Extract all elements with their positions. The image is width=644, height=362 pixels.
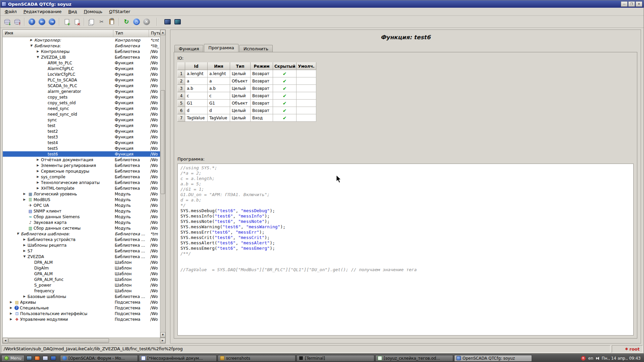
expander-icon[interactable]: ▶ <box>28 39 34 42</box>
tree-item[interactable]: ▶sys_compileБиблиотека/Wo <box>3 174 165 180</box>
menu-qtstarter[interactable]: QTStarter <box>106 8 133 15</box>
io-col-header[interactable]: Id <box>185 63 208 70</box>
expander-icon[interactable]: ▶ <box>8 318 14 321</box>
up-button[interactable]: ↑ <box>27 17 37 26</box>
program-code-editor[interactable]: //using SYS.*;/*a = 2;c = a.length;a.b =… <box>177 164 634 336</box>
vscroll-thumb[interactable] <box>161 90 165 194</box>
tree-item[interactable]: ▶Контроллер:Контроллер*cnt <box>3 37 165 43</box>
desktop-menu-button[interactable]: Menu <box>1 355 24 362</box>
io-col-header[interactable]: Режим <box>251 63 273 70</box>
menu-help[interactable]: Помощь <box>81 8 105 15</box>
tree-item[interactable]: LocVarCfgPLCФункция/Wo <box>3 71 165 77</box>
tree-item[interactable]: need_sync_oldФункция/Wo <box>3 111 165 117</box>
expander-icon[interactable]: ▶ <box>21 295 28 298</box>
tree-item[interactable]: ▼Библиотека шаблонов:Библиотека ...*tm <box>3 231 165 237</box>
io-cell-id[interactable]: c <box>185 92 208 100</box>
tab-program[interactable]: Программа <box>204 44 238 52</box>
tree-item[interactable]: ▶S7Библиотека .../Wo <box>3 248 165 254</box>
tree-item[interactable]: ARM_to_PLCФункция/Wo <box>3 60 165 66</box>
menu-edit[interactable]: Редактирование <box>20 8 64 15</box>
tree-item[interactable]: ▶Сервисные процедурыБиблиотека/Wo <box>3 168 165 174</box>
expander-icon[interactable]: ▶ <box>35 50 41 53</box>
task-folder[interactable]: screenshots <box>218 355 296 362</box>
tree-item[interactable]: copy_setsФункция/Wo <box>3 94 165 100</box>
tree-item[interactable]: ▶XHTML-templateБиблиотека/Wo <box>3 185 165 191</box>
scroll-down-icon[interactable]: ▼ <box>160 332 165 338</box>
tree-item[interactable]: AlarmCfgPLCФункция/Wo <box>3 66 165 71</box>
io-cell-name[interactable]: d <box>208 107 230 114</box>
tree-item[interactable]: frequencyШаблон/Wo <box>3 288 165 294</box>
expander-icon[interactable]: ▶ <box>21 198 28 201</box>
launcher-text-editor[interactable] <box>42 355 49 362</box>
tree-item[interactable]: ▶Шаблоны рецептаБиблиотека .../Wo <box>3 242 165 248</box>
qtcfg-launch-button[interactable] <box>163 17 172 26</box>
launcher-file-manager[interactable] <box>50 355 57 362</box>
tree-item[interactable]: need_syncФункция/Wo <box>3 106 165 111</box>
tab-execute[interactable]: Исполнить <box>239 45 273 52</box>
expander-icon[interactable]: ▶ <box>8 301 14 304</box>
io-col-header[interactable]: Скрытый <box>273 63 297 70</box>
tree-item[interactable]: ▶Базовые шаблоныБиблиотека .../Wo <box>3 294 165 299</box>
io-col-header[interactable]: Имя <box>208 63 230 70</box>
tree-item[interactable]: ▶❖Управление модулямиПодсистема/Wo <box>3 316 165 322</box>
io-cell-hidden[interactable]: ✔ <box>273 100 297 107</box>
tree-item[interactable]: DPA_ALMШаблон/Wo <box>3 259 165 265</box>
io-cell-default[interactable] <box>297 85 316 92</box>
tree-item[interactable]: ▼Библиотека:Библиотека*lib_ <box>3 43 165 49</box>
io-cell-default[interactable] <box>297 107 316 114</box>
tree-item[interactable]: copy_sets_oldФункция/Wo <box>3 100 165 106</box>
launcher-web-browser[interactable] <box>34 355 41 362</box>
io-cell-name[interactable]: a.lenght <box>208 70 230 77</box>
delete-item-button[interactable] <box>72 17 82 26</box>
expander-icon[interactable]: ▶ <box>35 175 41 178</box>
add-item-button[interactable] <box>62 17 71 26</box>
io-cell-name[interactable]: TagValue <box>208 114 230 122</box>
launcher-show-desktop[interactable] <box>25 355 33 362</box>
io-cell-name[interactable]: c <box>208 92 230 100</box>
io-cell-type[interactable]: Целый <box>230 114 251 122</box>
paste-item-button[interactable] <box>107 17 116 26</box>
start-periodic-update-button[interactable]: ◷ <box>132 17 141 26</box>
io-cell-hidden[interactable]: ✔ <box>273 92 297 100</box>
tree-item[interactable]: syncФункция/Wo <box>3 117 165 123</box>
tree-item[interactable]: alarm_generatorФункция/Wo <box>3 88 165 94</box>
io-cell-default[interactable] <box>297 77 316 85</box>
io-cell-type[interactable]: Целый <box>230 70 251 77</box>
tree-horizontal-scrollbar[interactable]: ◀ ▶ <box>3 338 165 343</box>
tree-item[interactable]: ▥Сбор данных системыМодуль/Wo <box>3 225 165 231</box>
close-button[interactable]: ✕ <box>636 1 642 7</box>
io-cell-mode[interactable]: Возврат <box>251 107 273 114</box>
tree-item[interactable]: test3Функция/Wo <box>3 134 165 140</box>
minimize-button[interactable]: — <box>621 1 628 7</box>
tree-item[interactable]: ▶☰ModBUSМодуль/Wo <box>3 197 165 202</box>
task-terminal[interactable]: [Terminal] <box>297 355 374 362</box>
task-forum[interactable]: [OpenSCADA: Форум - Мо... <box>60 355 138 362</box>
io-cell-default[interactable] <box>297 70 316 77</box>
scroll-up-icon[interactable]: ▲ <box>160 30 165 35</box>
vision-launch-button[interactable] <box>173 17 182 26</box>
menu-file[interactable]: Файл <box>2 8 20 15</box>
io-cell-hidden[interactable]: ✔ <box>273 107 297 114</box>
tree-item[interactable]: ♪Звуковая картаМодуль/Wo <box>3 220 165 225</box>
tree-item[interactable]: ▶▦Логический уровеньМодуль/Wo <box>3 191 165 197</box>
io-cell-hidden[interactable]: ✔ <box>273 114 297 122</box>
io-cell-id[interactable]: G1 <box>185 100 208 107</box>
tree-item[interactable]: ▶Технологические аппаратыБиблиотека/Wo <box>3 180 165 185</box>
tree-item[interactable]: ≈Сбор данных SiemensМодуль/Wo <box>3 214 165 220</box>
io-cell-default[interactable] <box>297 100 316 107</box>
expander-icon[interactable]: ▶ <box>21 238 28 241</box>
io-cell-name[interactable]: a.b <box>208 85 230 92</box>
io-cell-hidden[interactable]: ✔ <box>273 70 297 77</box>
expander-icon[interactable]: ▶ <box>21 244 28 247</box>
tree-item[interactable]: ▤SNMP клиентМодуль/Wo <box>3 208 165 214</box>
task-writer[interactable]: [*Несохранённый докум... <box>139 355 217 362</box>
tree-item[interactable]: ▶Библиотека устройствБиблиотека .../Wo <box>3 237 165 242</box>
tree-item[interactable]: testФункция/Wo <box>3 123 165 128</box>
volume-icon[interactable] <box>596 357 599 360</box>
io-cell-mode[interactable]: Возврат <box>251 77 273 85</box>
tree-item[interactable]: ✈OPC UAМодуль/Wo <box>3 202 165 208</box>
tree-item[interactable]: ▶КонтроллерыБиблиотека/Wo <box>3 49 165 54</box>
tree-item[interactable]: ▼ZVEZDA_LIBБиблиотека/Wo <box>3 54 165 60</box>
expander-icon[interactable]: ▶ <box>35 181 41 184</box>
io-cell-mode[interactable]: Возврат <box>251 85 273 92</box>
